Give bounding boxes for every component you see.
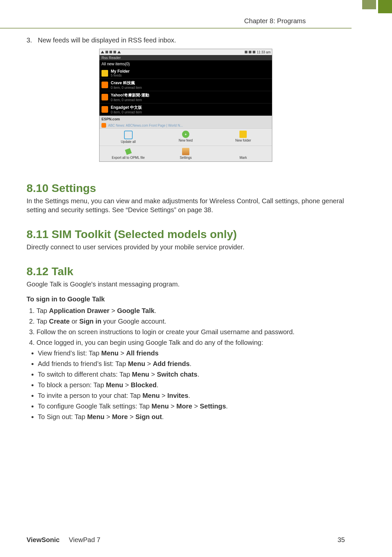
text: . (190, 360, 192, 367)
text: Create (49, 318, 70, 325)
text: > (192, 402, 200, 410)
rss-icon (101, 106, 108, 113)
status-bar: 11:33 am (99, 49, 272, 55)
text: Add friends to friend’s list: Tap (38, 360, 128, 367)
text: To switch to different chats: Tap (38, 371, 132, 378)
decor-tab (362, 0, 376, 9)
text: Sign out (135, 413, 162, 420)
text: > (128, 413, 135, 420)
feed-row: Engadget 中文版 0 item, 0 unread item (99, 103, 272, 116)
section-8-12-body: Google Talk is Google's instant messagin… (27, 280, 345, 289)
text: Menu (106, 381, 123, 389)
list-item: Tap Application Drawer > Google Talk. (36, 306, 345, 316)
list-item: Once logged in, you can begin using Goog… (36, 338, 345, 347)
text: More (176, 402, 192, 410)
status-icon (109, 51, 112, 53)
text: Switch chats (157, 371, 197, 378)
text: Tap (36, 318, 49, 325)
wifi-icon (249, 51, 251, 53)
list-item: Add friends to friend’s list: Tap Menu >… (38, 359, 345, 369)
feed-row: ESPN.com (99, 116, 272, 122)
chapter-title: Chapter 8: Programs (244, 17, 306, 25)
status-icon (113, 51, 116, 53)
text: More (112, 413, 128, 420)
button-label: New folder (235, 139, 251, 142)
text: To invite a person to your chat: Tap (38, 392, 142, 399)
text: > (109, 307, 117, 314)
text: Menu (87, 413, 104, 420)
text: > (104, 413, 112, 420)
text: . (162, 413, 164, 420)
notification-icon (101, 51, 104, 53)
talk-steps: Tap Application Drawer > Google Talk. Ta… (28, 306, 345, 347)
notification-icon (117, 51, 121, 53)
step-3: 3. New feeds will be displayed in RSS fe… (27, 36, 345, 44)
feed-sub: 5 feeds (111, 74, 130, 77)
text: your Google account. (101, 318, 166, 325)
step-text: New feeds will be displayed in RSS feed … (38, 36, 176, 44)
text: . (197, 371, 199, 378)
feed-sub: 0 item, 0 unread item (111, 98, 149, 102)
list-item: To invite a person to your chat: Tap Men… (38, 391, 345, 401)
feed-row: Crave 科技瘋 0 item, 0 unread item (99, 79, 272, 91)
clock: 11:33 am (257, 50, 271, 54)
all-new-items: All new items(0) (99, 60, 272, 68)
feed-sub: 0 item, 0 unread item (111, 86, 142, 90)
text: All friends (126, 349, 159, 357)
new-folder-button: New folder (215, 128, 272, 146)
list-item: Tap Create or Sign in your Google accoun… (36, 316, 345, 326)
folder-icon (239, 131, 247, 138)
step-number: 3. (27, 36, 33, 44)
text: Blocked (131, 381, 157, 389)
talk-subhead: To sign in to Google Talk (27, 295, 345, 303)
footer-product: ViewPad 7 (69, 536, 100, 543)
rss-icon (101, 123, 106, 128)
screenshot-toolbar: Update all + New feed New folder Export … (99, 128, 272, 161)
text: Menu (101, 349, 118, 357)
new-feed-button: + New feed (157, 128, 214, 146)
text: . (188, 392, 190, 399)
list-item: To configure Google Talk settings: Tap M… (38, 401, 345, 411)
feed-row: Yahoo!奇摩新聞-運動 0 item, 0 unread item (99, 91, 272, 103)
decor-tab (378, 0, 392, 13)
text: Google Talk (117, 307, 155, 314)
text: . (157, 381, 159, 389)
feed-name: Engadget 中文版 (111, 105, 142, 110)
button-label: New feed (179, 139, 193, 142)
text: Application Drawer (49, 307, 109, 314)
overlay-text: ABC News: ABCNews.com Front Page | World… (108, 124, 183, 127)
text: View friend’s list: Tap (38, 349, 101, 357)
list-item: Follow the on screen instructions to log… (36, 327, 345, 337)
text: Menu (152, 402, 169, 410)
plus-icon: + (182, 131, 189, 138)
footer-brand: ViewSonic (27, 536, 60, 543)
header-rule (0, 28, 352, 29)
rss-screenshot: 11:33 am Rss Reader All new items(0) My … (99, 49, 272, 162)
list-item: View friend’s list: Tap Menu > All frien… (38, 348, 345, 358)
export-icon (125, 148, 132, 155)
mark-button: Mark (215, 146, 272, 161)
button-label: Update all (121, 140, 136, 144)
folder-icon (101, 70, 108, 77)
app-title: Rss Reader (99, 55, 272, 60)
rss-icon (101, 94, 108, 100)
overlay-row: ABC News: ABCNews.com Front Page | World… (99, 122, 272, 128)
section-8-10-body: In the Settings menu, you can view and m… (27, 197, 345, 215)
section-8-12-title: 8.12 Talk (27, 265, 345, 278)
text: To block a person: Tap (38, 381, 106, 389)
text: Settings (200, 402, 226, 410)
button-label: Settings (180, 156, 192, 159)
signal-icon (245, 51, 247, 53)
text: > (118, 349, 126, 357)
text: Add friends (153, 360, 190, 367)
settings-button: Settings (157, 146, 214, 161)
feed-row: My Folder 5 feeds (99, 68, 272, 79)
page-footer: ViewSonic ViewPad 7 35 (27, 536, 345, 544)
text: Sign in (79, 318, 101, 325)
talk-bullets: View friend’s list: Tap Menu > All frien… (28, 348, 345, 422)
status-icon (105, 51, 108, 53)
text: To Sign out: Tap (38, 413, 87, 420)
page-number: 35 (338, 536, 345, 544)
text: > (160, 392, 167, 399)
feed-name: Crave 科技瘋 (111, 80, 142, 86)
